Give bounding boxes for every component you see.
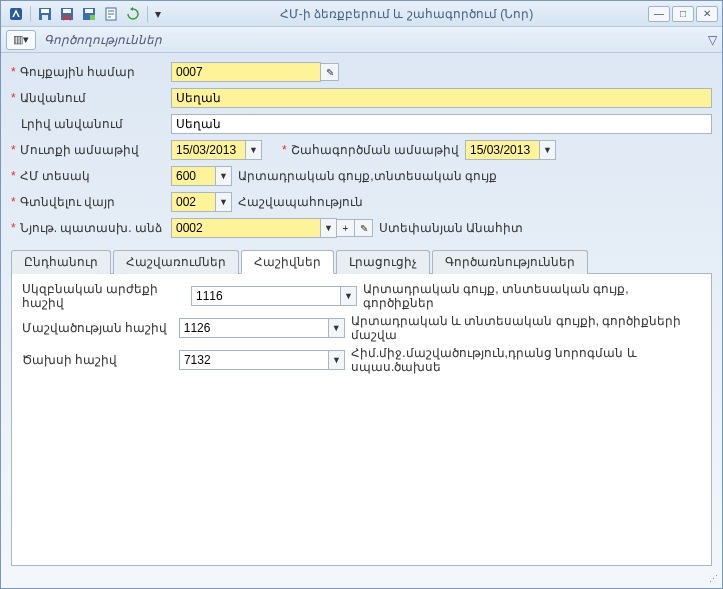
toolbar-icons: ▾ — [1, 4, 169, 24]
type-input[interactable] — [171, 166, 216, 186]
save-new-icon[interactable] — [79, 4, 99, 24]
expense-account-dropdown[interactable]: ▼ — [329, 350, 345, 370]
svg-rect-8 — [90, 15, 95, 20]
full-name-input[interactable] — [171, 114, 712, 134]
location-label: Գտնվելու վայր — [20, 195, 115, 209]
location-input[interactable] — [171, 192, 216, 212]
refresh-icon[interactable] — [123, 4, 143, 24]
view-mode-button[interactable]: ▥▾ — [6, 30, 36, 50]
full-name-label: Լրիվ անվանում — [21, 117, 123, 131]
responsible-edit-button[interactable]: ✎ — [355, 219, 373, 237]
tab-accounting[interactable]: Հաշվառումներ — [113, 250, 239, 274]
entry-date-label: Մուտքի ամսաթիվ — [20, 143, 139, 157]
svg-rect-3 — [42, 15, 48, 20]
statusbar: ⋰ — [1, 570, 722, 588]
entry-date-input[interactable] — [171, 140, 246, 160]
name-label: Անվանում — [20, 91, 86, 105]
location-desc: Հաշվապահություն — [238, 195, 363, 209]
collapse-icon[interactable]: ▽ — [708, 33, 717, 47]
depreciation-account-label: Մաշվածության հաշիվ — [22, 321, 179, 335]
tab-body: Սկզբնական արժեքի հաշիվ ▼ Արտադրական գույ… — [11, 274, 712, 566]
responsible-add-button[interactable]: + — [337, 219, 355, 237]
svg-rect-5 — [63, 9, 71, 13]
inventory-number-label: Գույքային համար — [20, 65, 135, 79]
exploit-date-dropdown[interactable]: ▼ — [540, 140, 556, 160]
depreciation-account-desc: Արտադրական և տնտեսական գույքի, գործիքներ… — [351, 314, 701, 342]
responsible-input[interactable] — [171, 218, 321, 238]
entry-date-dropdown[interactable]: ▼ — [246, 140, 262, 160]
window-controls: — □ ✕ — [644, 6, 722, 22]
type-dropdown[interactable]: ▼ — [216, 166, 232, 186]
initial-value-account-dropdown[interactable]: ▼ — [341, 286, 357, 306]
inventory-number-input[interactable] — [171, 62, 321, 82]
actions-label: Գործողություններ — [44, 33, 162, 47]
tab-accounts[interactable]: Հաշիվներ — [241, 250, 334, 274]
maximize-button[interactable]: □ — [672, 6, 694, 22]
responsible-label: Նյութ. պատասխ. անձ — [20, 221, 162, 235]
exploit-date-input[interactable] — [465, 140, 540, 160]
expense-account-label: Ծախսի հաշիվ — [22, 353, 179, 367]
app-window: ▾ ՀՄ-ի ձեռքբերում և շահագործում (Նոր) — … — [0, 0, 723, 589]
svg-rect-7 — [85, 9, 93, 13]
window-title: ՀՄ-ի ձեռքբերում և շահագործում (Նոր) — [169, 7, 644, 21]
minimize-button[interactable]: — — [648, 6, 670, 22]
content: *Գույքային համար ✎ *Անվանում Լրիվ անվանո… — [1, 53, 722, 570]
name-input[interactable] — [171, 88, 712, 108]
depreciation-account-dropdown[interactable]: ▼ — [329, 318, 345, 338]
type-desc: Արտադրական գույք,տնտեսական գույք — [238, 169, 497, 183]
initial-value-account-input[interactable] — [191, 286, 341, 306]
location-dropdown[interactable]: ▼ — [216, 192, 232, 212]
initial-value-account-desc: Արտադրական գույք, տնտեսական գույք, գործի… — [363, 282, 701, 310]
tab-additional[interactable]: Լրացուցիչ — [336, 250, 430, 274]
subbar: ▥▾ Գործողություններ ▽ — [1, 27, 722, 53]
expense-account-input[interactable] — [179, 350, 329, 370]
resize-grip-icon[interactable]: ⋰ — [709, 574, 718, 584]
app-icon[interactable] — [6, 4, 26, 24]
initial-value-account-label: Սկզբնական արժեքի հաշիվ — [22, 282, 191, 310]
exploit-date-label: Շահագործման ամսաթիվ — [291, 143, 459, 157]
tabs: Ընդհանուր Հաշվառումներ Հաշիվներ Լրացուցի… — [11, 249, 712, 274]
save-icon[interactable] — [35, 4, 55, 24]
svg-rect-2 — [41, 9, 49, 13]
close-button[interactable]: ✕ — [696, 6, 718, 22]
tab-general[interactable]: Ընդհանուր — [11, 250, 111, 274]
wand-icon[interactable]: ✎ — [321, 63, 339, 81]
titlebar: ▾ ՀՄ-ի ձեռքբերում և շահագործում (Նոր) — … — [1, 1, 722, 27]
expense-account-desc: Հիմ.միջ.մաշվածություն,դրանց նորոգման և ս… — [351, 346, 701, 374]
responsible-dropdown[interactable]: ▼ — [321, 218, 337, 238]
type-label: ՀՄ տեսակ — [20, 169, 90, 183]
responsible-desc: Ստեփանյան Անահիտ — [379, 221, 523, 235]
tab-operations[interactable]: Գործառնություններ — [432, 250, 588, 274]
depreciation-account-input[interactable] — [179, 318, 329, 338]
save-close-icon[interactable] — [57, 4, 77, 24]
doc-icon[interactable] — [101, 4, 121, 24]
dropdown-icon[interactable]: ▾ — [152, 4, 164, 24]
